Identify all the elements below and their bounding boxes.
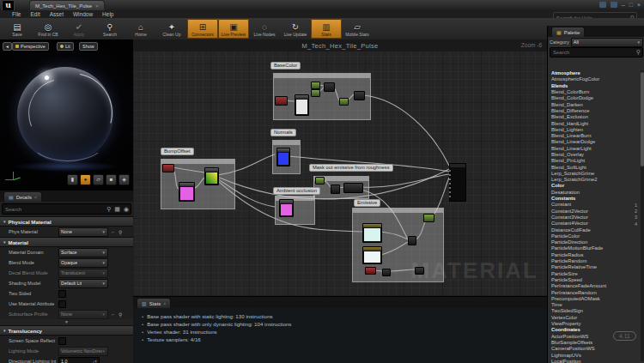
close-button[interactable]: ×	[637, 1, 641, 9]
palette-item-precomputedaomask[interactable]: PrecomputedAOMask	[548, 296, 640, 302]
palette-item-vertexcolor[interactable]: VertexColor	[548, 315, 640, 321]
category-dropdown[interactable]: All ▼	[571, 38, 643, 47]
comment-label[interactable]: Ambient occlusion	[273, 187, 320, 195]
preview-shape-plane-button[interactable]: ▱	[93, 174, 104, 185]
document-tab[interactable]: M_Tech_Hex_Tile_Pulse ×	[29, 0, 105, 10]
material-node-dark[interactable]	[415, 267, 424, 275]
palette-item-particleradius[interactable]: ParticleRadius	[548, 252, 640, 258]
palette-item-particlecolor[interactable]: ParticleColor	[548, 233, 640, 239]
palette-search-input[interactable]	[550, 50, 636, 55]
palette-item-localposition[interactable]: LocalPosition	[548, 359, 640, 363]
toolbar-clean-up-button[interactable]: ✦Clean Up	[156, 19, 187, 39]
property-dropdown[interactable]: Surface▼	[58, 248, 108, 257]
palette-item-constant4vector[interactable]: Constant4Vector4	[548, 221, 640, 227]
toolbar-live-nodes-button[interactable]: ◌Live Nodes	[249, 19, 280, 39]
section-header-translucency[interactable]: ▾Translucency	[0, 325, 133, 336]
lit-mode-button[interactable]: Lit	[57, 42, 74, 51]
material-node-prev[interactable]	[279, 199, 294, 217]
palette-item-blend_overlay[interactable]: Blend_Overlay	[548, 152, 640, 158]
material-node-prev[interactable]	[179, 182, 195, 202]
preview-shape-mesh-button[interactable]: ◈	[118, 174, 130, 185]
material-node-red[interactable]	[365, 267, 376, 275]
palette-item-blend_lineardodge[interactable]: Blend_LinearDodge	[548, 139, 640, 145]
toolbar-mobile-stats-button[interactable]: ▱Mobile Stats	[342, 19, 373, 39]
comment-label[interactable]: Emissive	[354, 199, 380, 207]
material-node-dark[interactable]	[331, 185, 340, 194]
palette-item-camerapositionws[interactable]: CameraPositionWS	[548, 346, 640, 352]
property-dropdown[interactable]: Opaque▼	[58, 258, 108, 268]
property-checkbox[interactable]	[58, 337, 66, 345]
material-node-prev[interactable]	[204, 167, 219, 185]
palette-category-color[interactable]: Color	[548, 183, 640, 189]
palette-item-time[interactable]: Time	[548, 302, 640, 308]
material-node-prevT[interactable]	[362, 223, 382, 243]
palette-item-particledirection[interactable]: ParticleDirection	[548, 239, 640, 245]
feedback-icon[interactable]	[599, 2, 606, 8]
material-node-green[interactable]	[339, 98, 349, 106]
material-node-green[interactable]	[311, 89, 320, 97]
tab-close-icon[interactable]: ×	[163, 301, 166, 306]
input-pin[interactable]	[449, 170, 451, 172]
comment-label[interactable]: BumpOffset	[161, 148, 194, 155]
material-node-green[interactable]	[311, 82, 320, 89]
palette-item-viewproperty[interactable]: ViewProperty	[548, 321, 640, 327]
toolbar-save-button[interactable]: ▤Save	[2, 19, 33, 39]
palette-item-blend_linearburn[interactable]: Blend_LinearBurn	[548, 133, 640, 139]
material-graph-canvas[interactable]: MATERIAL BaseColorNormalsBumpOffsetMask …	[133, 51, 547, 296]
palette-item-particlemotionblurfade[interactable]: ParticleMotionBlurFade	[548, 245, 640, 251]
material-node-dark[interactable]	[324, 82, 335, 92]
menu-window[interactable]: Window	[73, 11, 93, 17]
tab-stats[interactable]: ▥ Stats ×	[137, 298, 171, 308]
palette-category-atmosphere[interactable]: Atmosphere	[548, 70, 640, 76]
reset-icon[interactable]: ↺	[93, 359, 97, 363]
input-pin[interactable]	[449, 196, 451, 197]
comment-label[interactable]: Mask out emissive from roughness	[309, 164, 393, 172]
preview-shape-cube-button[interactable]: ■	[106, 174, 117, 185]
property-checkbox[interactable]	[58, 300, 66, 308]
grid-view-icon[interactable]: ▦	[112, 206, 122, 213]
material-node-dark[interactable]	[354, 91, 365, 100]
palette-item-blend_softlight[interactable]: Blend_SoftLight	[548, 164, 640, 170]
minimize-button[interactable]: –	[622, 1, 625, 9]
palette-item-blend_lighten[interactable]: Blend_Lighten	[548, 127, 640, 133]
section-header-material[interactable]: ▾Material	[0, 237, 133, 247]
use-selected-icon[interactable]: ←	[111, 312, 116, 317]
palette-item-distancecullfade[interactable]: DistanceCullFade	[548, 227, 640, 233]
palette-item-constant[interactable]: Constant1	[548, 202, 640, 208]
tab-details[interactable]: ▤ Details ×	[3, 191, 42, 202]
palette-item-lerp_scratchgrime[interactable]: Lerp_ScratchGrime	[548, 171, 640, 177]
toolbar-apply-button[interactable]: ✔Apply	[64, 19, 94, 39]
palette-item-perinstancefadeamount[interactable]: PerInstanceFadeAmount	[548, 283, 640, 289]
palette-item-blend_colorburn[interactable]: Blend_ColorBurn	[548, 89, 640, 95]
toolbar-connectors-button[interactable]: ⊞Connectors	[187, 19, 218, 39]
comment-label[interactable]: BaseColor	[270, 62, 301, 70]
main-material-output-node[interactable]	[449, 163, 466, 202]
input-pin[interactable]	[449, 183, 451, 185]
toolbar-stats-button[interactable]: ▥Stats	[311, 19, 342, 39]
property-spinbox[interactable]: 1.0↺	[58, 357, 100, 363]
palette-item-atmosphericfogcolor[interactable]: AtmosphericFogColor	[548, 76, 640, 82]
material-node-prevT[interactable]	[362, 246, 382, 264]
toolbar-find-in-cb-button[interactable]: ◎Find in CB	[33, 19, 64, 39]
palette-category-blends[interactable]: Blends	[548, 83, 640, 89]
input-pin[interactable]	[449, 174, 451, 176]
palette-item-particlesize[interactable]: ParticleSize	[548, 271, 640, 277]
chat-icon[interactable]	[611, 2, 617, 8]
menu-asset[interactable]: Asset	[50, 11, 64, 17]
palette-scrollbar[interactable]	[641, 70, 644, 361]
maximize-button[interactable]: □	[629, 1, 633, 9]
preview-viewport[interactable]: ◂ Perspective Lit Show ▮●▱■◈	[0, 39, 134, 191]
palette-category-constants[interactable]: Constants	[548, 196, 640, 202]
palette-item-blend_colordodge[interactable]: Blend_ColorDodge	[548, 95, 640, 101]
material-node-prev[interactable]	[295, 94, 309, 116]
palette-item-lerp_scratchgrime2[interactable]: Lerp_ScratchGrime2	[548, 177, 640, 183]
palette-item-constant3vector[interactable]: Constant3Vector3	[548, 215, 640, 221]
menu-help[interactable]: Help	[102, 11, 113, 17]
property-checkbox[interactable]	[58, 290, 66, 298]
palette-item-twosidedsign[interactable]: TwoSidedSign	[548, 308, 640, 314]
input-pin[interactable]	[449, 178, 451, 180]
toolbar-live-preview-button[interactable]: ▣Live Preview	[218, 19, 249, 39]
palette-item-constant2vector[interactable]: Constant2Vector2	[548, 209, 640, 215]
section-expander[interactable]: ▼	[0, 319, 133, 325]
toolbar-live-update-button[interactable]: ↻Live Update	[280, 19, 311, 39]
